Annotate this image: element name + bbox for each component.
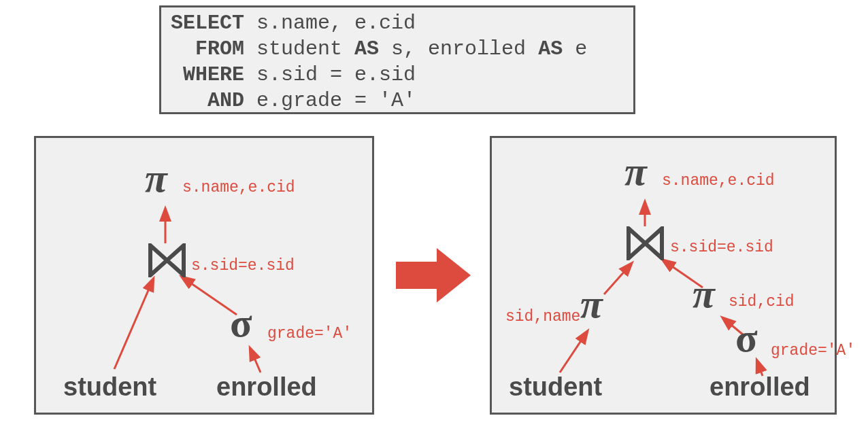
kw-and: AND (207, 89, 244, 112)
pi-right-operator: π (692, 271, 715, 317)
from-rel1: student (244, 37, 354, 60)
transform-arrow-icon (396, 245, 471, 306)
svg-line-1 (114, 279, 153, 369)
svg-line-7 (560, 332, 587, 372)
and-clause: e.grade = 'A' (244, 89, 416, 112)
from-alias1: s, enrolled (379, 37, 538, 60)
join-operator (627, 226, 664, 260)
kw-where: WHERE (183, 63, 244, 86)
sigma-subscript: grade='A' (771, 342, 855, 360)
pi-operator: π (145, 155, 167, 202)
pi-right-subscript: sid,cid (729, 293, 795, 311)
join-subscript: s.sid=e.sid (191, 257, 295, 275)
join-subscript: s.sid=e.sid (670, 239, 773, 256)
pi-left-subscript: sid,name (505, 308, 580, 326)
svg-line-2 (182, 277, 237, 315)
relation-student: student (63, 372, 156, 402)
join-operator (148, 243, 186, 277)
pi-top-subscript: s.name,e.cid (662, 172, 775, 190)
sigma-operator: σ (230, 300, 252, 347)
kw-select: SELECT (171, 12, 244, 35)
kw-as1: AS (354, 37, 379, 60)
select-cols: s.name, e.cid (244, 12, 416, 35)
relation-enrolled: enrolled (216, 372, 317, 402)
pi-subscript: s.name,e.cid (182, 179, 295, 196)
kw-from: FROM (195, 37, 244, 60)
pi-top-operator: π (624, 148, 647, 195)
query-tree-original: π s.name,e.cid s.sid=e.sid σ grade='A' s… (34, 136, 374, 415)
where-clause: s.sid = e.sid (244, 63, 416, 86)
svg-line-5 (604, 264, 631, 294)
sigma-operator: σ (735, 315, 758, 362)
kw-as2: AS (538, 37, 563, 60)
sql-query-box: SELECT s.name, e.cid FROM student AS s, … (159, 5, 635, 114)
svg-line-3 (250, 349, 261, 372)
relation-student: student (509, 372, 602, 402)
relation-enrolled: enrolled (710, 372, 810, 402)
sigma-subscript: grade='A' (267, 325, 352, 343)
from-alias2: e (563, 37, 587, 60)
pi-left-operator: π (580, 281, 603, 328)
query-tree-optimized: π s.name,e.cid s.sid=e.sid π sid,name π … (490, 136, 837, 415)
